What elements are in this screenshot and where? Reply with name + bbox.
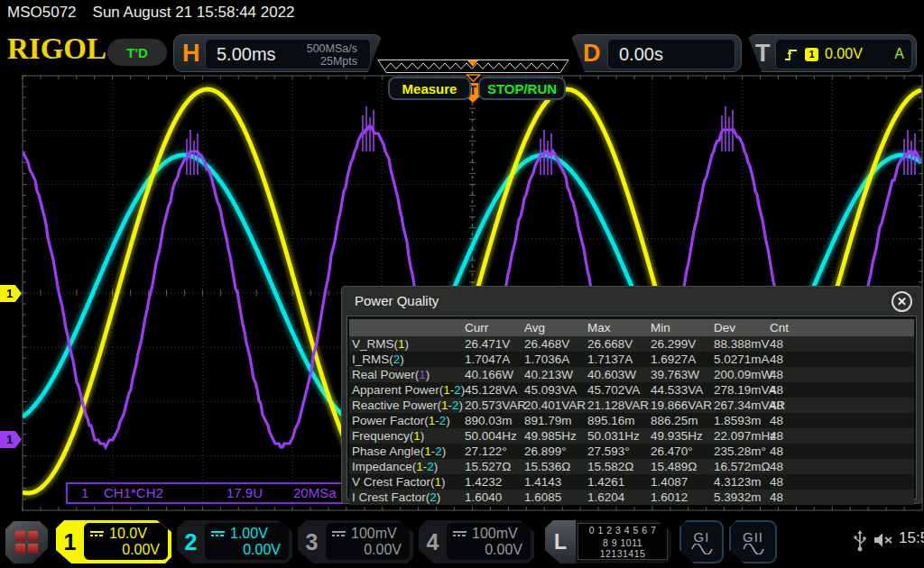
- delay-settings-button[interactable]: D 0.00s: [570, 34, 742, 72]
- max-value: 27.593°: [587, 444, 651, 459]
- channel-readout: 10.0V 0.00V: [84, 523, 168, 560]
- dev-value: 235.28m°: [714, 444, 770, 459]
- min-value: 1.4087: [651, 474, 714, 490]
- curr-value: 1.6040: [465, 490, 524, 505]
- min-value: 1.6012: [651, 490, 714, 505]
- measurement-label: Impedance(1-2): [349, 459, 465, 474]
- menu-button[interactable]: [5, 521, 48, 563]
- cnt-value: 48: [770, 490, 797, 505]
- max-value: 1.7137A: [587, 352, 651, 367]
- cnt-value: 48: [770, 413, 797, 428]
- max-value: 1.4261: [587, 474, 651, 490]
- min-value: 886.25m: [651, 413, 714, 428]
- measure-button[interactable]: Measure: [388, 77, 471, 100]
- channel-scale: 1.00V: [230, 526, 268, 542]
- channel-3-button[interactable]: 3 100mV 0.00V: [298, 520, 413, 563]
- channel-4-button[interactable]: 4 100mV 0.00V: [419, 520, 534, 563]
- panel-title: Power Quality: [355, 293, 439, 308]
- delay-value: 0.00s: [619, 40, 663, 69]
- channel-offset: 0.00V: [90, 542, 160, 558]
- waveform-overview-strip[interactable]: [377, 60, 570, 74]
- avg-value: 20.401VAR: [524, 398, 587, 413]
- cnt-value: 48: [770, 398, 797, 413]
- measurement-row: Impedance(1-2) 15.527Ω 15.536Ω 15.582Ω 1…: [349, 459, 914, 474]
- measurement-table: V_RMS(1) 26.471V 26.468V 26.668V 26.299V…: [349, 336, 914, 505]
- logic-channels-button[interactable]: L 0 1 2 3 4 5 6 7 8 9 1011 12131415: [545, 520, 671, 563]
- channel-ref: 2: [452, 399, 459, 412]
- channel-ref: 1: [429, 414, 436, 427]
- dev-value: 1.8593m: [714, 413, 770, 428]
- measurement-row: Frequency(1) 50.004Hz 49.985Hz 50.031Hz …: [349, 428, 914, 444]
- min-value: 1.6927A: [651, 352, 714, 367]
- col-curr: Curr: [465, 319, 524, 336]
- bottom-bar: 1 10.0V 0.00V 2 1.00V 0.00V 3 100mV 0.00…: [0, 518, 924, 568]
- dev-value: 200.09mW: [714, 367, 770, 382]
- col-cnt: Cnt: [770, 319, 797, 336]
- speaker-muted-icon: [873, 531, 894, 549]
- channel-1-button[interactable]: 1 10.0V 0.00V: [56, 520, 171, 563]
- measurement-row: Real Power(1) 40.166W 40.213W 40.603W 39…: [349, 367, 914, 382]
- measurement-row: Reactive Power(1-2) 20.573VAR 20.401VAR …: [349, 398, 914, 413]
- avg-value: 1.7036A: [524, 352, 587, 367]
- logic-digits-row2: 8 9 1011 12131415: [578, 537, 667, 559]
- trigger-settings-button[interactable]: T 1 0.00V A: [747, 34, 917, 72]
- min-value: 26.299V: [651, 336, 714, 352]
- generator2-label: GII: [743, 530, 763, 544]
- curr-value: 15.527Ω: [465, 459, 524, 474]
- channel-scale: 100mV: [472, 526, 518, 542]
- measurement-label: Power Factor(1-2): [349, 413, 465, 428]
- channel-number: 2: [177, 520, 205, 563]
- channel-number: 3: [298, 520, 326, 563]
- channel-offset: 0.00V: [332, 542, 402, 558]
- math-scale: 17.9U: [226, 484, 263, 502]
- dev-value: 5.3932m: [714, 490, 770, 505]
- channel-number: 1: [56, 520, 84, 563]
- channel-ref: 2: [454, 383, 461, 397]
- channel-ref: 1: [441, 399, 448, 412]
- min-value: 19.866VAR: [651, 398, 714, 413]
- logic-key-label: L: [545, 520, 576, 563]
- acquisition-info: 500MSa/s 25Mpts: [307, 42, 357, 69]
- math-sample-rate: 20MSa: [293, 484, 337, 502]
- dc-coupling-icon: [332, 531, 346, 537]
- avg-value: 891.79m: [524, 413, 587, 428]
- measurement-label: Frequency(1): [349, 428, 465, 444]
- cnt-value: 48: [770, 336, 797, 352]
- curr-value: 1.4232: [465, 474, 524, 490]
- math-marker-label: 1: [6, 433, 13, 446]
- channel-ref: 1: [419, 368, 426, 381]
- channel-number: 4: [419, 520, 447, 563]
- trigger-key-label: T: [755, 35, 771, 71]
- measurement-label: V Crest Factor(1): [349, 474, 465, 490]
- cnt-value: 48: [770, 459, 797, 474]
- trigger-slope-icon: [783, 47, 799, 62]
- close-icon[interactable]: ✕: [892, 291, 912, 312]
- channel-2-button[interactable]: 2 1.00V 0.00V: [177, 520, 292, 563]
- col-dev: Dev: [714, 319, 770, 336]
- channel-readout: 100mV 0.00V: [447, 523, 531, 560]
- dev-value: 278.19mVA: [714, 382, 770, 398]
- generator2-button[interactable]: GII: [729, 520, 777, 563]
- math-channel-label[interactable]: 1 CH1*CH2 17.9U 20MSa: [66, 482, 364, 504]
- generator1-button[interactable]: GI: [679, 520, 724, 563]
- cnt-value: 48: [770, 352, 797, 367]
- col-min: Min: [651, 319, 714, 336]
- max-value: 50.031Hz: [587, 428, 651, 444]
- dev-value: 267.34mVAR: [714, 398, 770, 413]
- measurement-row: Apparent Power(1-2) 45.128VA 45.093VA 45…: [349, 382, 914, 398]
- cnt-value: 48: [770, 444, 797, 459]
- measurement-row: Power Factor(1-2) 890.03m 891.79m 895.16…: [349, 413, 914, 428]
- panel-body: Curr Avg Max Min Dev Cnt V_RMS(1) 26.471…: [346, 316, 917, 499]
- delay-key-label: D: [583, 35, 601, 71]
- channel-ref: 1: [443, 383, 450, 397]
- measurement-row: V Crest Factor(1) 1.4232 1.4143 1.4261 1…: [349, 474, 914, 490]
- rigol-logo: RIGOL: [7, 32, 106, 66]
- channel-ref: 1: [398, 337, 405, 351]
- max-value: 40.603W: [587, 367, 651, 382]
- table-header: Curr Avg Max Min Dev Cnt: [349, 319, 914, 336]
- stop-run-button[interactable]: STOP/RUN: [478, 77, 566, 100]
- horizontal-settings-button[interactable]: H 5.00ms 500MSa/s 25Mpts: [173, 34, 383, 72]
- dc-coupling-icon: [90, 531, 104, 537]
- trigger-status-badge: T'D: [107, 39, 167, 66]
- channel-ref: 1: [416, 460, 423, 473]
